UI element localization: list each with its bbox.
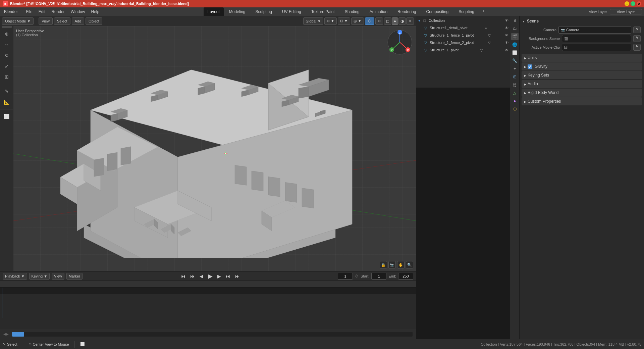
tab-sculpting[interactable]: Sculpting <box>251 7 277 16</box>
next-frame-btn[interactable]: ▶ <box>216 273 222 279</box>
next-keyframe-btn[interactable]: ⏭ <box>225 273 231 279</box>
annotate-tool[interactable]: ✎ <box>2 86 12 96</box>
add-menu[interactable]: Add <box>72 17 85 25</box>
outliner-item-structure1[interactable]: ▽ Structure_1_pivot ▽ 👁 <box>416 46 510 54</box>
background-scene-edit-btn[interactable]: ✎ <box>633 35 641 42</box>
jump-end-btn[interactable]: ⏭ <box>234 273 241 279</box>
navigation-gizmo[interactable]: Z X Y <box>386 29 413 56</box>
rendered-mode[interactable]: ☀ <box>406 17 414 25</box>
snap-toggle[interactable]: ⊡ ▼ <box>338 17 350 25</box>
cursor-tool[interactable]: ⊕ <box>2 29 12 39</box>
view-layer-tab[interactable]: 🗂 <box>511 25 519 32</box>
transform-global-dropdown[interactable]: Global ▼ <box>303 17 323 25</box>
camera-value[interactable]: 📷 Camera <box>558 26 631 34</box>
physics-tab[interactable]: ⊞ <box>511 73 519 81</box>
current-frame-input[interactable] <box>338 273 353 280</box>
solid-mode[interactable]: ● <box>392 17 398 25</box>
end-frame-input[interactable] <box>398 273 413 280</box>
tab-animation[interactable]: Animation <box>365 7 392 16</box>
menu-render[interactable]: Render <box>49 9 67 15</box>
viewport-camera[interactable]: 📷 <box>388 261 396 268</box>
viewport-search[interactable]: 🔍 <box>406 261 413 268</box>
jump-start-btn[interactable]: ⏮ <box>180 273 186 279</box>
custom-properties-header[interactable]: Custom Properties <box>522 97 642 105</box>
transform-pivot-dropdown[interactable]: ⊕ ▼ <box>324 17 337 25</box>
tab-scripting[interactable]: Scripting <box>454 7 479 16</box>
rotate-tool[interactable]: ↻ <box>2 50 12 60</box>
object-menu[interactable]: Object <box>86 17 102 25</box>
gizmo-btn[interactable]: ⊕ <box>375 17 383 25</box>
prev-keyframe-btn[interactable]: ⏮ <box>189 273 196 279</box>
menu-help[interactable]: Help <box>88 9 102 15</box>
viewport-3d[interactable]: User Perspective (1) Collection Z X Y 🔒 … <box>13 26 416 271</box>
scene-section-chevron[interactable] <box>522 19 525 23</box>
modifier-tab[interactable]: 🔧 <box>511 57 519 64</box>
constraints-tab[interactable]: ⛓ <box>511 81 519 89</box>
tab-layout[interactable]: Layout <box>204 7 224 16</box>
gravity-header[interactable]: Gravity <box>522 62 642 70</box>
menu-file[interactable]: File <box>23 9 35 15</box>
item3-visibility[interactable]: 👁 <box>505 41 508 45</box>
timeline-marker-menu[interactable]: Marker <box>66 273 83 280</box>
scale-tool[interactable]: ⤢ <box>2 61 12 71</box>
timeline-playhead[interactable] <box>2 288 2 318</box>
material-tab[interactable]: ● <box>511 97 519 105</box>
tab-rendering[interactable]: Rendering <box>393 7 421 16</box>
active-movie-clip-value[interactable]: 🎞 <box>562 44 631 51</box>
collection-visibility[interactable]: 👁 <box>505 18 508 22</box>
audio-header[interactable]: Audio <box>522 80 642 88</box>
timeline-playback-dropdown[interactable]: Playback ▼ <box>3 273 27 280</box>
outliner-item-fence1[interactable]: ▽ Structure_1_fence_1_pivot ▽ 👁 <box>416 32 510 39</box>
tab-texture-paint[interactable]: Texture Paint <box>307 7 339 16</box>
rigid-body-world-header[interactable]: Rigid Body World <box>522 89 642 97</box>
object-tab[interactable]: ⬜ <box>511 49 519 56</box>
outliner-item-collection[interactable]: ▼ □ Collection 👁 <box>416 17 510 24</box>
units-header[interactable]: Units <box>522 54 642 62</box>
camera-edit-btn[interactable]: ✎ <box>633 27 641 33</box>
view-layer-dropdown[interactable]: View Layer <box>610 9 642 14</box>
outliner-item-fence2[interactable]: ▽ Structure_1_fence_2_pivot ▽ 👁 <box>416 39 510 46</box>
keying-sets-header[interactable]: Keying Sets <box>522 71 642 79</box>
prev-frame-btn[interactable]: ◀ <box>199 273 204 279</box>
measure-tool[interactable]: 📐 <box>2 97 12 107</box>
tab-modeling[interactable]: Modeling <box>224 7 250 16</box>
overlay-btn[interactable]: ⬡ <box>365 17 374 25</box>
item4-visibility[interactable]: 👁 <box>505 48 508 52</box>
tab-uv-editing[interactable]: UV Editing <box>277 7 306 16</box>
menu-edit[interactable]: Edit <box>36 9 48 15</box>
material-preview[interactable]: ◑ <box>398 17 406 25</box>
move-tool[interactable]: ↔ <box>2 40 12 50</box>
scene-tab[interactable]: 🎬 <box>511 33 519 40</box>
item1-visibility[interactable]: 👁 <box>505 26 508 30</box>
transform-tool[interactable]: ⊞ <box>2 72 12 82</box>
viewport-lock[interactable]: 🔒 <box>380 261 387 268</box>
menu-blender[interactable]: Blender <box>2 9 20 15</box>
add-cube-tool[interactable]: ⬜ <box>2 111 12 121</box>
play-btn[interactable]: ▶ <box>207 272 214 280</box>
proportional-editing[interactable]: ◎ ▼ <box>351 17 364 25</box>
background-scene-value[interactable]: 🎬 <box>562 35 631 42</box>
outliner-item-structure1-detail[interactable]: ▽ Structure1_detail_pivot ▽ 👁 <box>416 24 510 32</box>
output-tab[interactable]: 🖥 <box>511 17 519 24</box>
movie-clip-edit-btn[interactable]: ✎ <box>633 44 641 51</box>
gravity-checkbox[interactable] <box>528 64 532 69</box>
tab-shading[interactable]: Shading <box>340 7 364 16</box>
data-tab[interactable]: △ <box>511 89 519 97</box>
particles-tab[interactable]: ✦ <box>511 65 519 72</box>
wireframe-mode[interactable]: ◻ <box>384 17 391 25</box>
minimize-button[interactable]: – <box>625 1 629 6</box>
viewport-hand[interactable]: ✋ <box>397 261 405 268</box>
item2-visibility[interactable]: 👁 <box>505 33 508 37</box>
timeline-scrubber[interactable] <box>12 332 413 337</box>
world-tab[interactable]: 🌐 <box>511 41 519 48</box>
close-button[interactable]: ✕ <box>637 1 641 6</box>
tab-compositing[interactable]: Compositing <box>421 7 453 16</box>
menu-window[interactable]: Window <box>68 9 88 15</box>
timeline-keying-dropdown[interactable]: Keying ▼ <box>29 273 50 280</box>
maximize-button[interactable]: □ <box>631 1 635 6</box>
add-workspace-button[interactable]: + <box>480 7 487 16</box>
timeline-view-menu[interactable]: View <box>52 273 64 280</box>
start-frame-input[interactable] <box>371 273 386 280</box>
select-menu[interactable]: Select <box>54 17 70 25</box>
object-mode-dropdown[interactable]: Object Mode ▼ <box>2 17 34 25</box>
